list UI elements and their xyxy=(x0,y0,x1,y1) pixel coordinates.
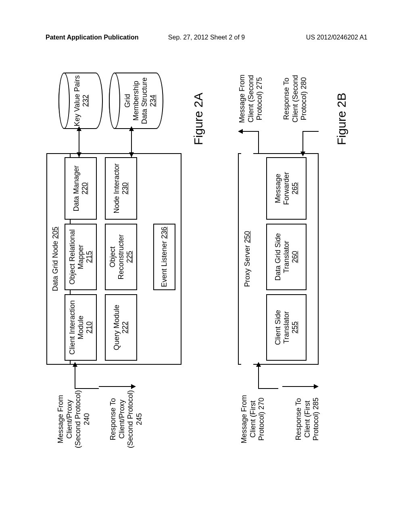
figure-2b-label: Figure 2B xyxy=(335,93,348,145)
figure-2a-label: Figure 2A xyxy=(192,93,205,145)
kv-storage: Key Value Pairs 232 xyxy=(58,73,103,129)
arrow-head-icon xyxy=(314,384,319,389)
proxy-title: Proxy Server 250 xyxy=(241,153,253,365)
arrow-head-icon xyxy=(131,384,136,389)
node-interactor-box: Node Interactor 230 xyxy=(105,157,137,220)
data-manager-box: Data Manager 220 xyxy=(65,157,97,220)
msg-from-client-proxy: Message From Client/Proxy (Second Protoc… xyxy=(56,389,91,449)
data-grid-side-translator-box: Data Grid Side Translator 260 xyxy=(266,224,307,290)
arrow-figb-left-out-v xyxy=(282,386,315,387)
page-header: Patent Application Publication Sep. 27, … xyxy=(0,34,413,44)
arrow-resp-v xyxy=(99,386,132,387)
msg-from-client-first: Message From Client (First Protocol) 270 xyxy=(240,389,266,449)
arrow-figb-left-in xyxy=(258,365,259,389)
arrow-head-icon xyxy=(77,126,81,131)
arrow-head-icon xyxy=(129,152,134,157)
client-side-translator-box: Client Side Translator 255 xyxy=(266,294,307,361)
arrow-head-icon xyxy=(256,362,261,367)
arrow-figb-right-out xyxy=(258,131,259,153)
arrow-figb-right-in xyxy=(302,131,303,153)
message-forwarder-box: Message Forwarder 265 xyxy=(266,157,307,220)
arrow-msg-in xyxy=(75,365,75,389)
arrow-head-icon xyxy=(300,152,305,156)
arrow-msg-in-v xyxy=(75,388,99,389)
arrow-head-icon xyxy=(73,362,77,367)
grid-storage: Grid Membership Data Structure234 xyxy=(109,73,163,129)
event-listener-box: Event Listener 236 xyxy=(153,224,175,290)
resp-to-client-first: Response To Client (First Protocol) 285 xyxy=(294,389,321,449)
query-module-box: Query Module 222 xyxy=(105,294,137,361)
arrow-head-icon xyxy=(77,152,81,157)
msg-from-client-second: Message From Client (Second Protocol) 27… xyxy=(238,69,264,129)
client-interaction-box: Client Interaction Module 210 xyxy=(65,294,97,361)
orm-box: Object Relational Mapper 215 xyxy=(65,224,97,290)
arrow-figb-right-in-v xyxy=(302,131,319,132)
arrow-head-icon xyxy=(129,126,134,131)
resp-to-client-proxy: Response To Client/Proxy (Second Protoco… xyxy=(109,389,144,449)
arrow-head-icon xyxy=(238,129,243,134)
arrow-figb-left-in-v xyxy=(258,388,278,389)
object-reconstructer-box: Object Reconstructer 225 xyxy=(105,224,137,290)
diagram-area: Data Grid Node 205 Client Interaction Mo… xyxy=(15,94,398,426)
header-right: US 2012/0246202 A1 xyxy=(306,34,367,41)
arrow-figb-right-out-v xyxy=(242,131,259,132)
resp-to-client-second: Response To Client (Second Protocol) 280 xyxy=(282,69,309,129)
